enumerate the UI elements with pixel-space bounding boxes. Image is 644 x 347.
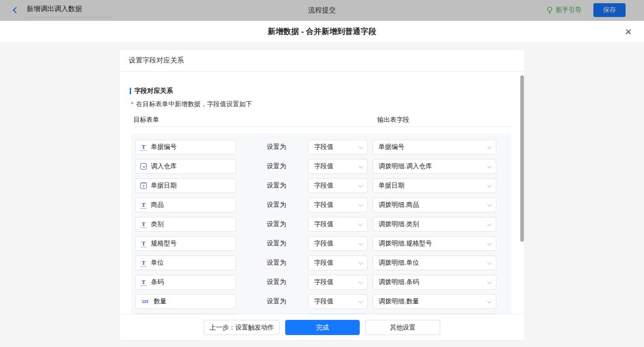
source-field-select[interactable]: 单据编号 <box>373 140 496 154</box>
chevron-down-icon <box>358 164 363 168</box>
chevron-down-icon <box>358 299 363 303</box>
field-mapping-row: T 单据编号 设置为 字段值 单据编号 <box>135 140 512 154</box>
target-field-box: T 条码 <box>135 275 236 290</box>
target-field-label: 数量 <box>154 297 167 306</box>
value-mode-select[interactable]: 字段值 <box>308 159 368 174</box>
source-field-selected: 调拨明细.单位 <box>379 259 419 267</box>
value-mode-selected: 字段值 <box>314 278 334 286</box>
lightbulb-icon <box>546 6 553 14</box>
columns-divider <box>133 126 512 127</box>
source-field-selected: 单据编号 <box>379 143 404 151</box>
beginner-guide-button[interactable]: 新手引导 <box>546 6 581 14</box>
set-as-label: 设置为 <box>267 220 308 228</box>
source-field-select[interactable]: 调拨明细.条码 <box>373 275 496 290</box>
text-field-icon: T <box>140 201 147 209</box>
source-field-selected: 调拨明细.条码 <box>379 278 419 286</box>
set-as-label: 设置为 <box>267 162 308 171</box>
source-field-select[interactable]: 调拨明细.规格型号 <box>373 236 496 251</box>
text-field-icon: T <box>140 221 147 228</box>
chevron-down-icon <box>487 299 492 303</box>
section-title: 字段对应关系 <box>130 87 524 95</box>
columns-header: 目标表单 输出表字段 <box>129 116 524 122</box>
value-mode-select[interactable]: 字段值 <box>308 294 368 309</box>
mapping-card: 设置字段对应关系 字段对应关系 *在目标表单中新增数据，字段值设置如下 目标表单… <box>119 49 525 341</box>
chevron-down-icon <box>358 260 363 265</box>
chevron-down-icon <box>487 279 492 284</box>
select-field-icon <box>140 163 147 170</box>
note-text: 在目标表单中新增数据，字段值设置如下 <box>136 100 252 108</box>
required-note: *在目标表单中新增数据，字段值设置如下 <box>131 100 524 108</box>
target-field-box: T 类别 <box>135 217 236 232</box>
value-mode-selected: 字段值 <box>314 220 334 228</box>
value-mode-selected: 字段值 <box>314 201 334 209</box>
target-field-box: T 规格型号 <box>135 236 236 251</box>
target-field-box: T 单据编号 <box>135 140 236 154</box>
source-field-select[interactable]: 单据日期 <box>373 178 496 193</box>
field-mapping-row: T 单位 设置为 字段值 调拨明细.单位 <box>135 256 512 270</box>
top-bar-right: 新手引导 保存 <box>546 3 626 17</box>
chevron-down-icon <box>358 183 363 188</box>
chevron-down-icon <box>487 144 492 149</box>
target-field-label: 类别 <box>151 220 164 228</box>
vertical-scrollbar-thumb[interactable] <box>520 75 524 242</box>
target-field-box: T 单位 <box>135 256 236 270</box>
source-field-select[interactable]: 调拨明细.单位 <box>373 256 496 270</box>
set-as-label: 设置为 <box>267 259 308 267</box>
chevron-down-icon <box>358 144 363 149</box>
target-field-label: 单位 <box>151 259 164 267</box>
value-mode-select[interactable]: 字段值 <box>308 275 368 290</box>
source-field-selected: 调拨明细.数量 <box>379 297 419 306</box>
source-field-select[interactable]: 调拨明细.调入仓库 <box>373 159 496 174</box>
column-target-form: 目标表单 <box>133 116 159 124</box>
card-content: 字段对应关系 *在目标表单中新增数据，字段值设置如下 目标表单 输出表字段 T … <box>120 72 524 314</box>
target-field-label: 调入仓库 <box>151 162 177 171</box>
app-root: 新增调出调入数据 流程提交 新手引导 保存 新增数据 - 合并新增到普通字段 ✕… <box>0 0 644 347</box>
text-field-icon: T <box>140 259 147 267</box>
value-mode-select[interactable]: 字段值 <box>308 256 368 270</box>
save-button[interactable]: 保存 <box>593 3 626 17</box>
field-mapping-row: T 条码 设置为 字段值 调拨明细.条码 <box>135 275 512 290</box>
source-field-select[interactable]: 调拨明细.类别 <box>373 217 496 232</box>
section-title-text: 字段对应关系 <box>134 87 173 95</box>
chevron-down-icon <box>487 260 492 265</box>
target-field-box: 7 单据日期 <box>135 178 236 193</box>
value-mode-selected: 字段值 <box>314 182 334 190</box>
value-mode-select[interactable]: 字段值 <box>308 236 368 251</box>
target-field-box: T 商品 <box>135 198 236 212</box>
target-field-label: 单据编号 <box>151 143 177 151</box>
source-field-select[interactable]: 调拨明细.数量 <box>373 294 496 309</box>
target-field-label: 单据日期 <box>151 182 177 190</box>
value-mode-selected: 字段值 <box>314 259 334 267</box>
source-field-selected: 调拨明细.类别 <box>379 220 419 228</box>
target-field-label: 商品 <box>151 201 164 209</box>
value-mode-select[interactable]: 字段值 <box>308 140 368 154</box>
value-mode-select[interactable]: 字段值 <box>308 217 368 232</box>
chevron-down-icon <box>487 241 492 245</box>
target-field-box: 调入仓库 <box>135 159 236 174</box>
target-field-label: 规格型号 <box>151 239 177 248</box>
previous-step-button[interactable]: 上一步：设置触发动作 <box>204 320 280 335</box>
chevron-down-icon <box>487 183 492 188</box>
field-mapping-row: T 商品 设置为 字段值 调拨明细.商品 <box>135 198 512 212</box>
set-as-label: 设置为 <box>267 143 308 151</box>
source-field-selected: 调拨明细.规格型号 <box>379 239 432 248</box>
modal-title-bar: 新增数据 - 合并新增到普通字段 ✕ <box>0 21 644 43</box>
set-as-label: 设置为 <box>267 239 308 248</box>
source-field-selected: 调拨明细.调入仓库 <box>379 162 432 171</box>
done-button[interactable]: 完成 <box>285 320 360 335</box>
set-as-label: 设置为 <box>267 278 308 286</box>
value-mode-select[interactable]: 字段值 <box>308 198 368 212</box>
source-field-select[interactable]: 调拨明细.商品 <box>373 198 496 212</box>
value-mode-select[interactable]: 字段值 <box>308 178 368 193</box>
card-header-title: 设置字段对应关系 <box>120 50 524 72</box>
chevron-down-icon <box>487 222 492 226</box>
modal-title: 新增数据 - 合并新增到普通字段 <box>268 26 376 37</box>
close-icon[interactable]: ✕ <box>625 27 632 36</box>
accent-bar <box>130 88 131 94</box>
card-footer: 上一步：设置触发动作 完成 其他设置 <box>120 314 524 340</box>
target-field-box: 123 数量 <box>135 294 236 309</box>
column-output-fields: 输出表字段 <box>377 116 409 124</box>
other-settings-button[interactable]: 其他设置 <box>365 320 440 335</box>
set-as-label: 设置为 <box>267 201 308 209</box>
field-mapping-row: T 规格型号 设置为 字段值 调拨明细.规格型号 <box>135 236 512 251</box>
